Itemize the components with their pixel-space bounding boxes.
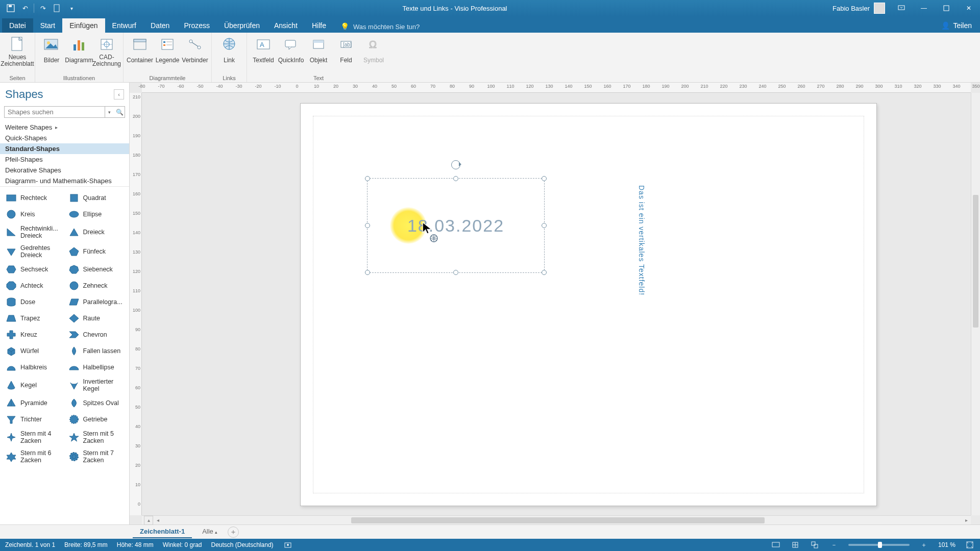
quickinfo-button[interactable]: QuickInfo — [278, 35, 304, 68]
ribbon-options-icon[interactable] — [890, 0, 913, 16]
legend-button[interactable]: Legende — [154, 35, 181, 68]
shape-item[interactable]: Achteck — [2, 278, 65, 294]
shape-item[interactable]: Gedrehtes Dreieck — [2, 242, 65, 261]
connector-button[interactable]: Verbinder — [182, 35, 208, 68]
tab-ueberpruefen[interactable]: Überprüfen — [217, 18, 267, 33]
search-dropdown-icon[interactable]: ▾ — [105, 106, 114, 118]
page-nav-up[interactable]: ▴ — [144, 516, 153, 525]
shape-item[interactable]: Quadrat — [65, 190, 128, 206]
search-go-icon[interactable]: 🔍 — [115, 106, 124, 118]
zoom-slider-thumb[interactable] — [878, 542, 882, 548]
shape-item[interactable]: Zehneck — [65, 278, 128, 294]
shape-item[interactable]: Dreieck — [65, 222, 128, 242]
cat-diagramm-math[interactable]: Diagramm- und Mathematik-Shapes — [0, 176, 129, 186]
shape-item[interactable]: Halbkreis — [2, 359, 65, 375]
tab-start[interactable]: Start — [33, 18, 63, 33]
shape-item[interactable]: Kreis — [2, 206, 65, 222]
redo-icon[interactable]: ↷ — [37, 3, 48, 14]
shape-item[interactable]: Pyramide — [2, 395, 65, 411]
rotate-handle[interactable] — [451, 160, 460, 169]
account-area[interactable]: Fabio Basler — [827, 3, 890, 14]
shape-item[interactable]: Würfel — [2, 343, 65, 359]
shape-item[interactable]: Fünfeck — [65, 242, 128, 261]
shape-item[interactable]: Stern mit 7 Zacken — [65, 447, 128, 466]
share-button[interactable]: 👤 Teilen — [933, 19, 980, 33]
presentation-mode-icon[interactable] — [771, 541, 781, 549]
vscroll-thumb[interactable] — [973, 195, 978, 328]
page-tab-all[interactable]: Alle ▴ — [195, 525, 225, 538]
more-shapes[interactable]: Weitere Shapes ▸ — [0, 122, 129, 133]
container-button[interactable]: Container — [127, 35, 153, 68]
shape-item[interactable]: Chevron — [65, 327, 128, 343]
shape-item[interactable]: Ellipse — [65, 206, 128, 222]
shape-item[interactable]: Fallen lassen — [65, 343, 128, 359]
shape-item[interactable]: Stern mit 6 Zacken — [2, 447, 65, 466]
shape-item[interactable]: Trapez — [2, 310, 65, 327]
shape-item[interactable]: Trichter — [2, 411, 65, 428]
shape-item[interactable]: Invertierter Kegel — [65, 375, 128, 395]
vertical-textbox[interactable]: Das ist ein vertikales Textfeld! — [638, 185, 646, 295]
tab-datei[interactable]: Datei — [2, 18, 33, 33]
shape-search[interactable]: ▾ 🔍 — [4, 106, 125, 118]
new-doc-icon[interactable] — [52, 3, 63, 14]
zoom-slider[interactable] — [848, 544, 910, 546]
save-icon[interactable] — [5, 3, 16, 14]
chart-button[interactable]: Diagramm — [66, 35, 92, 68]
shape-item[interactable]: Raute — [65, 310, 128, 327]
cat-standard[interactable]: Standard-Shapes — [0, 143, 129, 154]
shape-item[interactable]: Rechtwinkli... Dreieck — [2, 222, 65, 242]
hscroll-right[interactable]: ▸ — [962, 517, 971, 523]
new-page-button[interactable]: Neues Zeichenblatt — [3, 35, 32, 68]
collapse-pane-icon[interactable]: ‹ — [114, 89, 124, 99]
cad-button[interactable]: CAD- Zeichnung — [93, 35, 120, 68]
shape-item[interactable]: Rechteck — [2, 190, 65, 206]
resize-handle-tr[interactable] — [542, 176, 547, 181]
resize-handle-bl[interactable] — [365, 270, 370, 275]
tab-ansicht[interactable]: Ansicht — [267, 18, 305, 33]
shape-item[interactable]: Sechseck — [2, 261, 65, 278]
resize-handle-bm[interactable] — [453, 270, 458, 275]
maximize-button[interactable] — [935, 0, 958, 16]
shape-item[interactable]: Halbellipse — [65, 359, 128, 375]
vertical-scrollbar[interactable] — [971, 93, 980, 515]
add-page-button[interactable]: ＋ — [228, 527, 239, 538]
shape-item[interactable]: Dose — [2, 294, 65, 310]
drawing-page[interactable]: 18.03.2022 Das ist ein vertikales Textfe… — [300, 103, 877, 506]
fit-window-icon[interactable] — [965, 541, 975, 549]
pan-zoom-icon[interactable] — [810, 541, 820, 549]
tab-einfuegen[interactable]: Einfügen — [62, 18, 105, 33]
tell-me-search[interactable]: 💡 Was möchten Sie tun? — [333, 20, 427, 33]
shape-item[interactable]: Spitzes Oval — [65, 395, 128, 411]
shape-item[interactable]: Kegel — [2, 375, 65, 395]
link-button[interactable]: Link — [215, 35, 243, 68]
shape-item[interactable]: Parallelogra... — [65, 294, 128, 310]
macro-record-icon[interactable] — [283, 541, 293, 549]
status-language[interactable]: Deutsch (Deutschland) — [211, 541, 274, 548]
undo-icon[interactable]: ↶ — [19, 3, 31, 14]
shape-item[interactable]: Getriebe — [65, 411, 128, 428]
shape-item[interactable]: Stern mit 4 Zacken — [2, 428, 65, 447]
shape-item[interactable]: Kreuz — [2, 327, 65, 343]
hscroll-left[interactable]: ◂ — [153, 517, 162, 523]
tab-daten[interactable]: Daten — [143, 18, 177, 33]
resize-handle-br[interactable] — [542, 270, 547, 275]
shape-item[interactable]: Stern mit 5 Zacken — [65, 428, 128, 447]
object-button[interactable]: Objekt — [305, 35, 332, 68]
tab-entwurf[interactable]: Entwurf — [105, 18, 143, 33]
close-button[interactable]: ✕ — [958, 0, 980, 16]
page-tab-1[interactable]: Zeichenblatt-1 — [133, 525, 192, 538]
horizontal-scrollbar[interactable]: ▴ ◂ ▸ — [142, 515, 971, 524]
status-zoom[interactable]: 101 % — [938, 541, 955, 548]
minimize-button[interactable]: ― — [913, 0, 935, 16]
cat-quick[interactable]: Quick-Shapes — [0, 133, 129, 143]
qat-more-icon[interactable]: ▾ — [66, 3, 77, 14]
cat-dekorativ[interactable]: Dekorative Shapes — [0, 165, 129, 176]
resize-handle-tl[interactable] — [365, 176, 370, 181]
inserted-date-field[interactable]: 18.03.2022 — [368, 216, 544, 236]
pictures-button[interactable]: Bilder — [38, 35, 65, 68]
resize-handle-tm[interactable] — [453, 176, 458, 181]
field-button[interactable]: [ab] Feld — [333, 35, 359, 68]
tab-hilfe[interactable]: Hilfe — [305, 18, 333, 33]
selected-textbox[interactable]: 18.03.2022 — [367, 178, 545, 273]
zoom-in-icon[interactable]: ＋ — [919, 541, 929, 549]
